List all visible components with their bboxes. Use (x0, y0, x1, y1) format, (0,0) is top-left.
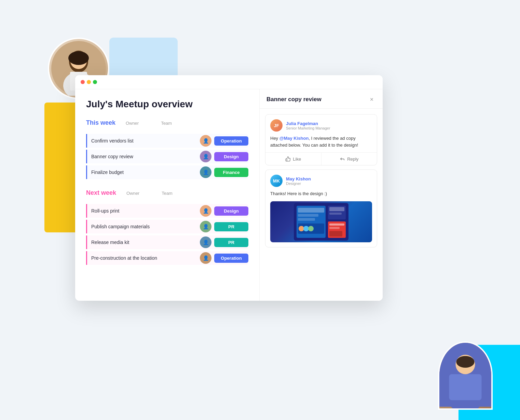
dot-red[interactable] (81, 80, 85, 84)
close-button[interactable]: × (368, 95, 376, 104)
task-name: Publish campaign materials (91, 220, 200, 233)
like-label: Like (293, 157, 301, 162)
reply-label: Reply (347, 157, 358, 162)
right-panel: Banner copy review × JF Julia Fagelman S… (260, 89, 383, 301)
task-row[interactable]: Banner copy review 👤 Design (86, 150, 248, 163)
svg-point-3 (68, 51, 89, 65)
task-avatar: 👤 (200, 151, 211, 162)
this-week-header: This week Owner Team (86, 119, 248, 128)
task-team-badge: PR (214, 222, 248, 231)
avatar-may: MK (270, 175, 283, 187)
comment-text-may: Thanks! Here is the design :) (270, 190, 372, 197)
comment-actions: Like Reply (265, 152, 377, 165)
task-name: Finalize budget (91, 165, 200, 179)
left-panel: July's Meetup overview This week Owner T… (75, 89, 260, 301)
this-week-label: This week (86, 119, 115, 126)
window-content: July's Meetup overview This week Owner T… (75, 89, 383, 301)
next-week-header: Next week Owner Team (86, 189, 248, 199)
task-team-badge: Design (214, 152, 248, 161)
col-owner-label-2: Owner (124, 191, 141, 196)
svg-rect-15 (298, 218, 315, 221)
task-team-badge: Operation (214, 254, 248, 263)
dot-green[interactable] (93, 80, 97, 84)
avatar-julia: JF (270, 119, 283, 132)
task-name: Confirm vendors list (91, 134, 200, 148)
task-avatar: 👤 (200, 221, 211, 232)
svg-rect-26 (329, 231, 342, 236)
col-owner-label: Owner (124, 121, 141, 126)
design-image-svg (294, 203, 348, 241)
task-row[interactable]: Finalize budget 👤 Finance (86, 165, 248, 179)
task-row[interactable]: Publish campaign materials 👤 PR (86, 220, 248, 233)
task-name: Roll-ups print (91, 204, 200, 218)
svg-rect-10 (449, 374, 482, 400)
task-name: Banner copy review (91, 150, 200, 163)
task-avatar: 👤 (200, 166, 211, 178)
author-role: Senior Marketing Manager (286, 126, 330, 130)
svg-rect-24 (329, 223, 344, 226)
task-row[interactable]: Confirm vendors list 👤 Operation (86, 134, 248, 148)
author-row: JF Julia Fagelman Senior Marketing Manag… (270, 119, 372, 132)
comment-text: Hey @May Kishon, I reviewed the ad copy … (270, 135, 372, 148)
task-team-badge: Operation (214, 136, 248, 146)
task-team-badge: Design (214, 206, 248, 216)
like-button[interactable]: Like (265, 153, 321, 165)
task-row[interactable]: Roll-ups print 👤 Design (86, 204, 248, 218)
reply-icon (340, 156, 345, 162)
author-info-may: May Kishon Designer (286, 176, 311, 186)
svg-point-8 (456, 356, 474, 368)
author-role-may: Designer (286, 181, 311, 186)
this-week-tasks: Confirm vendors list 👤 Operation Banner … (86, 134, 248, 179)
dot-yellow[interactable] (87, 80, 91, 84)
dialog-title: Banner copy review (266, 96, 321, 103)
window-titlebar (75, 75, 383, 89)
task-avatar: 👤 (200, 135, 211, 147)
mention: @May Kishon (279, 136, 309, 141)
next-week-tasks: Roll-ups print 👤 Design Publish campaign… (86, 204, 248, 265)
avatar-man (438, 341, 493, 410)
reply-button[interactable]: Reply (321, 153, 377, 165)
task-team-badge: Finance (214, 168, 248, 177)
author-name: Julia Fagelman (286, 121, 330, 126)
svg-rect-25 (329, 227, 340, 229)
dialog-body: JF Julia Fagelman Senior Marketing Manag… (260, 109, 383, 301)
author-info: Julia Fagelman Senior Marketing Manager (286, 121, 330, 130)
task-name: Release media kit (91, 235, 200, 249)
svg-point-17 (299, 226, 304, 231)
svg-rect-22 (329, 213, 342, 215)
next-week-label: Next week (86, 189, 116, 197)
task-row[interactable]: Release media kit 👤 PR (86, 235, 248, 249)
task-avatar: 👤 (200, 252, 211, 264)
col-team-label-2: Team (148, 191, 186, 196)
panel-title: July's Meetup overview (86, 99, 248, 110)
task-avatar: 👤 (200, 236, 211, 248)
author-row-may: MK May Kishon Designer (270, 175, 372, 187)
svg-point-19 (308, 226, 314, 231)
comment-image (270, 201, 372, 242)
task-avatar: 👤 (200, 205, 211, 217)
task-row[interactable]: Pre-construction at the location 👤 Opera… (86, 251, 248, 265)
svg-rect-13 (298, 208, 324, 213)
task-team-badge: PR (214, 238, 248, 247)
dialog-header: Banner copy review × (260, 89, 383, 109)
svg-point-18 (303, 226, 309, 231)
col-headers-this: Owner Team (124, 121, 187, 126)
svg-rect-14 (298, 214, 318, 217)
col-team-label: Team (148, 121, 185, 126)
svg-rect-21 (329, 207, 344, 211)
comment-card-may: MK May Kishon Designer Thanks! Here is t… (265, 170, 377, 247)
like-icon (285, 156, 291, 162)
app-window: July's Meetup overview This week Owner T… (75, 75, 383, 301)
task-name: Pre-construction at the location (91, 251, 200, 265)
col-headers-next: Owner Team (124, 191, 187, 196)
comment-card-julia: JF Julia Fagelman Senior Marketing Manag… (265, 114, 377, 165)
author-name-may: May Kishon (286, 176, 311, 181)
